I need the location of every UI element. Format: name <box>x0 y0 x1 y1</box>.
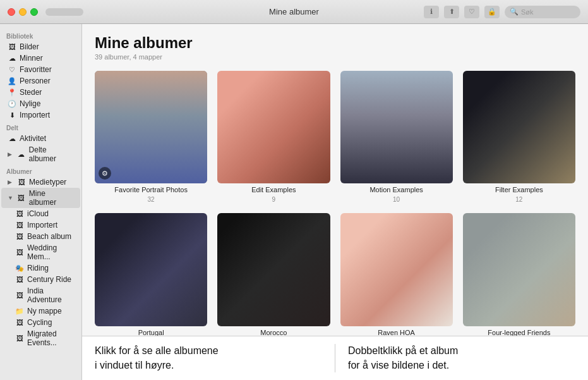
tooltip-right: Dobbeltklikk på et album for å vise bild… <box>335 344 575 372</box>
sidebar-label-importert2: Importert <box>27 221 57 230</box>
search-icon: 🔍 <box>510 8 519 16</box>
window-scrollbar[interactable] <box>45 8 83 16</box>
mine-albumer-icon: 🖼 <box>17 193 26 202</box>
sidebar-label-wedding: Wedding Mem... <box>27 243 74 261</box>
album-count-motion-examples: 10 <box>393 196 400 203</box>
personer-icon: 👤 <box>8 77 16 85</box>
close-button[interactable] <box>8 8 15 16</box>
sidebar-label-beach: Beach album <box>27 232 71 241</box>
sidebar-label-bilder: Bilder <box>20 42 39 51</box>
maximize-button[interactable] <box>30 8 38 16</box>
icloud-icon: 🖼 <box>15 209 24 218</box>
sidebar-item-importert2[interactable]: 🖼 Importert <box>1 219 80 231</box>
tooltip-right-text: Dobbeltklikk på et album for å vise bild… <box>348 345 458 370</box>
sidebar-section-delt: Delt <box>0 121 81 133</box>
album-name-motion-examples: Motion Examples <box>369 186 423 193</box>
album-item-raven-hoa[interactable]: Raven HOA4 <box>340 213 453 336</box>
search-input[interactable]: 🔍 Søk <box>505 6 580 18</box>
beach-icon: 🖼 <box>15 232 24 241</box>
minimize-button[interactable] <box>19 8 27 16</box>
album-item-edit-examples[interactable]: Edit Examples9 <box>217 71 330 203</box>
album-item-portugal[interactable]: Portugal71 <box>95 213 207 336</box>
content-area: Mine albumer 39 albumer, 4 mapper ⚙Favor… <box>82 24 588 380</box>
album-item-morocco[interactable]: Morocco32 <box>217 213 330 336</box>
sidebar-item-steder[interactable]: 📍 Steder <box>1 87 80 98</box>
medietyper-icon: 🖼 <box>17 178 26 187</box>
album-item-filter-examples[interactable]: Filter Examples12 <box>463 71 575 203</box>
sidebar-item-mine-albumer[interactable]: ▼ 🖼 Mine albumer <box>1 188 80 208</box>
album-name-edit-examples: Edit Examples <box>251 186 296 193</box>
album-count-filter-examples: 12 <box>515 196 522 203</box>
album-count-favorite-portrait: 32 <box>148 196 155 203</box>
sidebar-item-delte-albumer[interactable]: ▶ ☁ Delte albumer <box>1 144 80 164</box>
album-name-filter-examples: Filter Examples <box>495 186 543 193</box>
sidebar-item-migrated[interactable]: 🖼 Migrated Events... <box>1 328 80 348</box>
minner-icon: ☁ <box>8 54 16 63</box>
sidebar-label-personer: Personer <box>20 77 51 85</box>
share-button[interactable]: ⬆ <box>444 6 459 18</box>
sidebar-label-migrated: Migrated Events... <box>27 329 74 347</box>
albums-grid: ⚙Favorite Portrait Photos32Edit Examples… <box>82 66 588 336</box>
migrated-icon: 🖼 <box>15 334 24 343</box>
sidebar-label-favoritter: Favoritter <box>20 65 52 74</box>
titlebar-controls: ℹ ⬆ ♡ 🔒 🔍 Søk <box>424 6 580 18</box>
sidebar-item-cycling[interactable]: 🖼 Cycling <box>1 317 80 328</box>
album-count-edit-examples: 9 <box>272 196 276 203</box>
sidebar-label-delte: Delte albumer <box>29 145 74 163</box>
sidebar-item-favoritter[interactable]: ♡ Favoritter <box>1 64 80 75</box>
content-subtitle: 39 albumer, 4 mapper <box>95 53 575 61</box>
search-placeholder: Søk <box>521 8 534 16</box>
sidebar-item-minner[interactable]: ☁ Minner <box>1 52 80 64</box>
traffic-lights <box>8 8 38 16</box>
sidebar-item-bilder[interactable]: 🖼 Bilder <box>1 41 80 52</box>
sidebar: Bibliotek 🖼 Bilder ☁ Minner ♡ Favoritter… <box>0 24 82 380</box>
steder-icon: 📍 <box>8 88 16 97</box>
sidebar-item-ny-mappe[interactable]: 📁 Ny mappe <box>1 305 80 317</box>
sidebar-label-mine-albumer: Mine albumer <box>29 189 74 207</box>
mine-albumer-expand-icon: ▼ <box>8 195 14 201</box>
delte-icon: ☁ <box>17 150 26 159</box>
content-header: Mine albumer 39 albumer, 4 mapper <box>82 24 588 66</box>
sidebar-label-importert: Importert <box>20 111 50 120</box>
sidebar-item-wedding[interactable]: 🖼 Wedding Mem... <box>1 242 80 262</box>
lock-button[interactable]: 🔒 <box>484 6 500 18</box>
sidebar-item-personer[interactable]: 👤 Personer <box>1 75 80 87</box>
sidebar-label-aktivitet: Aktivitet <box>20 134 46 143</box>
sidebar-item-importert[interactable]: ⬇ Importert <box>1 109 80 121</box>
sidebar-label-minner: Minner <box>20 54 43 63</box>
sidebar-label-medietyper: Medietyper <box>29 178 66 187</box>
sidebar-label-steder: Steder <box>20 88 42 97</box>
sidebar-item-century-ride[interactable]: 🖼 Century Ride <box>1 274 80 285</box>
album-item-favorite-portrait[interactable]: ⚙Favorite Portrait Photos32 <box>95 71 207 203</box>
sidebar-item-medietyper[interactable]: ▶ 🖼 Medietyper <box>1 176 80 188</box>
sidebar-item-riding[interactable]: 🎭 Riding <box>1 262 80 274</box>
album-item-four-legged[interactable]: Four-legged Friends38 <box>463 213 575 336</box>
favoritter-icon: ♡ <box>8 65 16 74</box>
heart-button[interactable]: ♡ <box>464 6 479 18</box>
info-button[interactable]: ℹ <box>424 6 439 18</box>
sidebar-label-nylige: Nylige <box>20 99 40 108</box>
aktivitet-icon: ☁ <box>8 134 16 143</box>
album-name-four-legged: Four-legged Friends <box>488 329 550 336</box>
wedding-icon: 🖼 <box>15 248 24 257</box>
sidebar-item-aktivitet[interactable]: ☁ Aktivitet <box>1 133 80 144</box>
medietyper-expand-icon: ▶ <box>8 179 14 185</box>
century-icon: 🖼 <box>15 275 24 284</box>
sidebar-label-riding: Riding <box>27 264 49 273</box>
cycling-icon: 🖼 <box>15 318 24 327</box>
album-name-favorite-portrait: Favorite Portrait Photos <box>114 186 188 193</box>
sidebar-section-bibliotek: Bibliotek <box>0 29 81 41</box>
sidebar-item-nylige[interactable]: 🕐 Nylige <box>1 98 80 109</box>
sidebar-label-century: Century Ride <box>27 275 71 284</box>
sidebar-label-india: India Adventure <box>27 286 74 304</box>
album-item-motion-examples[interactable]: Motion Examples10 <box>340 71 453 203</box>
importert-icon: ⬇ <box>8 111 16 120</box>
page-title: Mine albumer <box>95 34 575 52</box>
riding-icon: 🎭 <box>15 264 24 273</box>
sidebar-item-india[interactable]: 🖼 India Adventure <box>1 285 80 305</box>
album-name-morocco: Morocco <box>260 329 287 336</box>
sidebar-item-icloud[interactable]: 🖼 iCloud <box>1 208 80 219</box>
sidebar-item-beach-album[interactable]: 🖼 Beach album <box>1 231 80 242</box>
tooltip-left-text: Klikk for å se alle albumene i vinduet t… <box>95 345 219 370</box>
sidebar-label-cycling: Cycling <box>27 318 52 327</box>
